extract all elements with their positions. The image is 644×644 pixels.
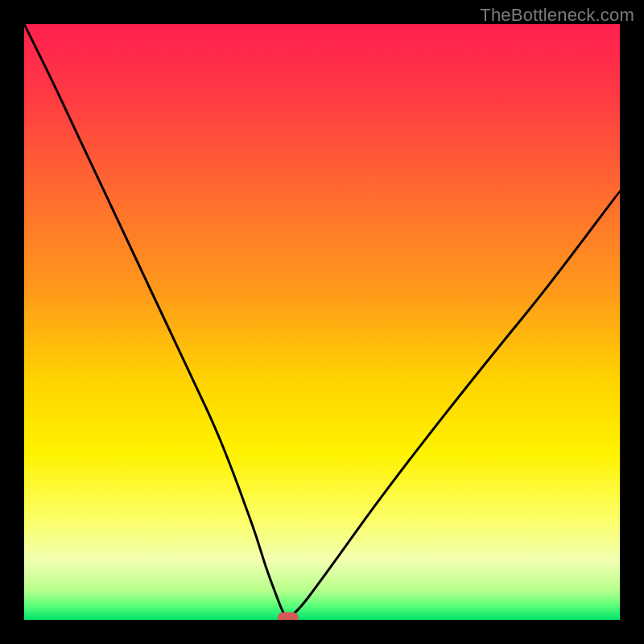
- bottleneck-plot: [24, 24, 620, 620]
- optimum-marker: [278, 613, 298, 620]
- gradient-background: [24, 24, 620, 620]
- chart-frame: TheBottleneck.com: [0, 0, 644, 644]
- watermark-text: TheBottleneck.com: [480, 5, 634, 26]
- plot-svg: [24, 24, 620, 620]
